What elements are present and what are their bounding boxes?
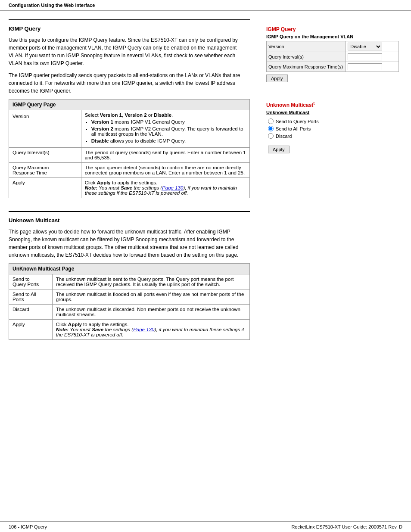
footer-right: RocketLinx ES7510-XT User Guide: 2000571… (291, 524, 402, 529)
radio-discard-input[interactable] (268, 133, 274, 139)
right-column: IGMP Query IGMP Query on the Management … (263, 19, 402, 348)
table-row: Send to Query Ports The unknown multicas… (9, 274, 250, 289)
radio-discard[interactable]: Discard (268, 133, 397, 139)
unknown-page-link[interactable]: Page 130 (133, 327, 154, 332)
igmp-version-value[interactable]: Disable Version 1 Version 2 (346, 41, 399, 52)
apply-note: Note: You must Save the settings (Page 1… (85, 185, 237, 196)
unknown-apply-note: Note: You must Save the settings (Page 1… (56, 327, 244, 337)
igmp-page-link[interactable]: Page 130 (162, 185, 183, 190)
igmp-interval-value[interactable] (346, 52, 399, 62)
table-row: Query MaximumResponse Time The span quer… (9, 163, 250, 178)
igmp-version-label: Version (267, 41, 346, 52)
apply-label-cell: Apply (9, 178, 81, 198)
version-v2: Version 2 means IGMP V2 General Query. T… (91, 126, 246, 137)
version-list: Version 1 means IGMP V1 General Query Ve… (91, 119, 246, 143)
table-row: Version Select Version 1, Version 2 or D… (9, 110, 250, 148)
igmp-query-divider (9, 19, 250, 20)
unknown-multicast-section: Unknown Multicast This page allows you t… (9, 211, 250, 340)
igmp-version-select[interactable]: Disable Version 1 Version 2 (348, 43, 382, 50)
radio-send-query[interactable]: Send to Query Ports (268, 118, 397, 124)
igmp-interval-label: Query Interval(s) (267, 52, 346, 62)
igmp-query-title: IGMP Query (9, 25, 250, 32)
send-query-label: Send to Query Ports (9, 274, 53, 289)
radio-discard-label: Discard (276, 134, 292, 139)
apply-click-text: Click Apply to apply the settings. (85, 180, 158, 185)
send-all-desc: The unknown multicast is flooded on all … (52, 289, 249, 305)
igmp-query-section: IGMP Query Use this page to configure th… (9, 19, 250, 198)
igmp-maxresp-row: Query Maximum Response Time(s) (267, 62, 399, 72)
query-interval-desc: The period of query (seconds) sent by qu… (81, 148, 249, 163)
radio-send-all-label: Send to All Ports (276, 126, 311, 131)
send-query-desc: The unknown multicast is sent to the Que… (52, 274, 249, 289)
igmp-interval-row: Query Interval(s) (267, 52, 399, 62)
version-v1: Version 1 means IGMP V1 General Query (91, 119, 246, 124)
table-row: Discard The unknown multicast is discard… (9, 305, 250, 320)
unknown-right-title-text: Unknown Multicast (266, 102, 313, 108)
footer-left: 106 - IGMP Query (9, 524, 47, 529)
left-column: IGMP Query Use this page to configure th… (9, 19, 250, 348)
igmp-query-para2: The IGMP querier periodically sends quer… (9, 72, 250, 95)
discard-desc: The unknown multicast is discarded. Non-… (52, 305, 249, 320)
table-row: Query Interval(s) The period of query (s… (9, 148, 250, 163)
header: Configuration Using the Web Interface (0, 0, 411, 11)
discard-label: Discard (9, 305, 53, 320)
radio-send-all-input[interactable] (268, 126, 274, 131)
unknown-apply-button[interactable]: Apply (268, 146, 290, 153)
unknown-multicast-para1: This page allows you to decide how to fo… (9, 228, 250, 259)
version-desc: Select Version 1, Version 2 or Disable. … (81, 110, 249, 148)
version-select-text: Select Version 1, Version 2 or Disable. (85, 112, 173, 118)
superscript-t: t (313, 101, 314, 106)
query-interval-input[interactable] (348, 53, 382, 60)
igmp-form-table: Version Disable Version 1 Version 2 Quer… (266, 41, 399, 72)
unknown-multicast-right-panel: Unknown Multicastt Unknown Multicast Sen… (263, 99, 402, 158)
igmp-right-panel-subtitle: IGMP Query on the Management VLAN (263, 33, 402, 41)
table-row: Apply Click Apply to apply the settings.… (9, 178, 250, 198)
unknown-panel-body: Send to Query Ports Send to All Ports Di… (263, 117, 402, 158)
unknown-right-panel-subtitle: Unknown Multicast (263, 109, 402, 117)
query-maxresp-input[interactable] (348, 63, 382, 70)
igmp-query-right-panel: IGMP Query IGMP Query on the Management … (263, 24, 402, 86)
unknown-apply-label: Apply (9, 320, 53, 340)
igmp-apply-button[interactable]: Apply (266, 75, 288, 82)
version-label: Version (9, 110, 81, 148)
unknown-multicast-table-header: UnKnown Multicast Page (9, 264, 250, 274)
igmp-maxresp-value[interactable] (346, 62, 399, 72)
query-max-label: Query MaximumResponse Time (9, 163, 81, 178)
query-interval-label: Query Interval(s) (9, 148, 81, 163)
version-disable: Disable allows you to disable IGMP Query… (91, 138, 246, 143)
igmp-query-table-header: IGMP Query Page (9, 100, 250, 110)
igmp-right-panel-title: IGMP Query (263, 24, 402, 33)
igmp-query-table: IGMP Query Page Version Select Version 1… (9, 99, 250, 198)
send-all-label: Send to All Ports (9, 289, 53, 305)
igmp-query-para1: Use this page to configure the IGMP Quer… (9, 36, 250, 67)
unknown-multicast-divider (9, 211, 250, 212)
unknown-apply-click-text: Click Apply to apply the settings. (56, 322, 129, 327)
igmp-version-row: Version Disable Version 1 Version 2 (267, 41, 399, 52)
radio-send-query-label: Send to Query Ports (276, 119, 319, 124)
table-row: Send to All Ports The unknown multicast … (9, 289, 250, 305)
unknown-apply-desc: Click Apply to apply the settings. Note:… (52, 320, 249, 340)
radio-send-query-input[interactable] (268, 118, 274, 124)
header-text: Configuration Using the Web Interface (9, 3, 95, 8)
footer: 106 - IGMP Query RocketLinx ES7510-XT Us… (0, 521, 411, 532)
igmp-form: Version Disable Version 1 Version 2 Quer… (263, 41, 402, 86)
table-row: Apply Click Apply to apply the settings.… (9, 320, 250, 340)
radio-send-all[interactable]: Send to All Ports (268, 126, 397, 131)
unknown-multicast-title: Unknown Multicast (9, 217, 250, 224)
apply-desc-cell: Click Apply to apply the settings. Note:… (81, 178, 249, 198)
unknown-radio-group: Send to Query Ports Send to All Ports Di… (268, 118, 397, 139)
igmp-maxresp-label: Query Maximum Response Time(s) (267, 62, 346, 72)
unknown-multicast-table: UnKnown Multicast Page Send to Query Por… (9, 263, 250, 340)
unknown-right-panel-title: Unknown Multicastt (263, 99, 402, 109)
query-max-desc: The span querier detect (seconds) to con… (81, 163, 249, 178)
